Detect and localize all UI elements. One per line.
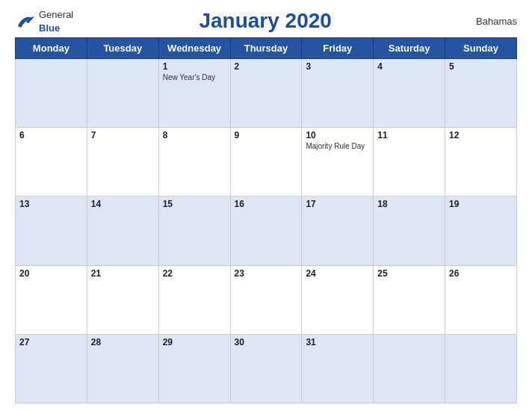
day-number: 19 <box>449 199 513 209</box>
calendar-week-row: 1New Year's Day2345 <box>16 59 517 128</box>
calendar-cell: 6 <box>16 128 87 197</box>
weekday-header-sunday: Sunday <box>445 38 517 59</box>
calendar-cell: 5 <box>445 59 517 128</box>
holiday-label: New Year's Day <box>163 73 226 81</box>
day-number: 24 <box>306 268 369 279</box>
day-number: 29 <box>163 337 226 347</box>
calendar-cell: 15 <box>158 197 230 265</box>
day-number: 12 <box>449 130 513 140</box>
day-number: 5 <box>449 61 513 72</box>
day-number: 27 <box>19 337 83 347</box>
calendar-cell <box>445 334 517 403</box>
top-bar: General Blue January 2020 Bahamas <box>15 7 517 34</box>
calendar-cell: 10Majority Rule Day <box>302 128 374 197</box>
day-number: 14 <box>91 199 155 209</box>
day-number: 6 <box>19 130 83 140</box>
calendar-cell: 28 <box>87 334 158 403</box>
day-number: 11 <box>377 130 441 140</box>
calendar-cell: 13 <box>16 197 87 265</box>
weekday-header-saturday: Saturday <box>374 38 445 59</box>
calendar-cell: 29 <box>158 334 230 403</box>
month-title: January 2020 <box>73 9 457 33</box>
weekday-header-row: MondayTuesdayWednesdayThursdayFridaySatu… <box>16 38 517 59</box>
day-number: 7 <box>91 130 155 140</box>
day-number: 13 <box>19 199 83 209</box>
day-number: 2 <box>235 61 298 72</box>
calendar-cell: 22 <box>158 265 230 334</box>
country-label: Bahamas <box>457 16 517 27</box>
day-number: 25 <box>377 268 441 279</box>
logo-blue-text: Blue <box>39 22 60 34</box>
calendar-cell <box>87 59 158 128</box>
day-number: 31 <box>306 337 369 347</box>
calendar-cell: 25 <box>374 265 445 334</box>
calendar-cell: 16 <box>230 197 302 265</box>
calendar-cell: 4 <box>374 59 445 128</box>
calendar-cell: 30 <box>230 334 302 403</box>
day-number: 22 <box>163 268 226 279</box>
day-number: 16 <box>235 199 298 209</box>
calendar-cell: 7 <box>87 128 158 197</box>
calendar: MondayTuesdayWednesdayThursdayFridaySatu… <box>15 37 517 404</box>
weekday-header-thursday: Thursday <box>230 38 302 59</box>
day-number: 15 <box>163 199 226 209</box>
calendar-cell: 14 <box>87 197 158 265</box>
calendar-cell: 3 <box>302 59 374 128</box>
calendar-week-row: 20212223242526 <box>16 265 517 334</box>
day-number: 20 <box>19 268 83 279</box>
calendar-cell: 9 <box>230 128 302 197</box>
weekday-header-wednesday: Wednesday <box>158 38 230 59</box>
calendar-cell: 1New Year's Day <box>158 59 230 128</box>
day-number: 21 <box>91 268 155 279</box>
calendar-week-row: 2728293031 <box>16 334 517 403</box>
calendar-cell: 17 <box>302 197 374 265</box>
calendar-cell: 24 <box>302 265 374 334</box>
day-number: 18 <box>377 199 441 209</box>
calendar-cell: 27 <box>16 334 87 403</box>
calendar-cell: 26 <box>445 265 517 334</box>
day-number: 10 <box>306 130 369 140</box>
calendar-week-row: 678910Majority Rule Day1112 <box>16 128 517 197</box>
day-number: 28 <box>91 337 155 347</box>
day-number: 3 <box>306 61 369 72</box>
weekday-header-friday: Friday <box>302 38 374 59</box>
calendar-cell: 8 <box>158 128 230 197</box>
calendar-cell: 23 <box>230 265 302 334</box>
logo-general-text: General <box>39 9 73 20</box>
calendar-cell: 18 <box>374 197 445 265</box>
calendar-cell: 11 <box>374 128 445 197</box>
day-number: 17 <box>306 199 369 209</box>
calendar-cell: 12 <box>445 128 517 197</box>
logo-bird-icon <box>15 13 36 29</box>
day-number: 9 <box>235 130 298 140</box>
calendar-cell: 31 <box>302 334 374 403</box>
day-number: 30 <box>235 337 298 347</box>
weekday-header-tuesday: Tuesday <box>87 38 158 59</box>
logo: General Blue <box>15 7 73 34</box>
calendar-cell: 19 <box>445 197 517 265</box>
calendar-cell: 21 <box>87 265 158 334</box>
day-number: 4 <box>377 61 441 72</box>
calendar-week-row: 13141516171819 <box>16 197 517 265</box>
calendar-cell <box>16 59 87 128</box>
calendar-cell: 20 <box>16 265 87 334</box>
day-number: 8 <box>163 130 226 140</box>
holiday-label: Majority Rule Day <box>306 142 369 150</box>
weekday-header-monday: Monday <box>16 38 87 59</box>
calendar-cell: 2 <box>230 59 302 128</box>
day-number: 23 <box>235 268 298 279</box>
calendar-cell <box>374 334 445 403</box>
day-number: 1 <box>163 61 226 72</box>
day-number: 26 <box>449 268 513 279</box>
